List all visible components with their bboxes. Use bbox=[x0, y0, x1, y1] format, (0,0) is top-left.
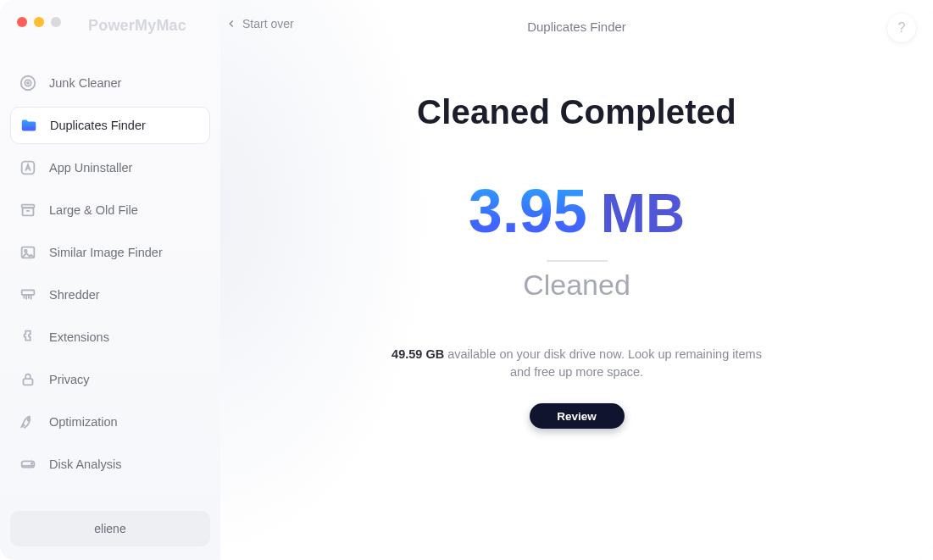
result-headline: Cleaned Completed bbox=[220, 93, 933, 131]
result-panel: Cleaned Completed 3.95 MB Cleaned 49.59 … bbox=[220, 53, 933, 429]
review-button-label: Review bbox=[557, 410, 597, 423]
disk-icon bbox=[19, 455, 37, 474]
sidebar-item-app-uninstaller[interactable]: App Uninstaller bbox=[10, 149, 210, 186]
sidebar-nav: Junk Cleaner Duplicates Finder App Unins… bbox=[10, 64, 210, 483]
svg-point-10 bbox=[28, 419, 31, 421]
archive-icon bbox=[19, 201, 37, 219]
sidebar-item-label: App Uninstaller bbox=[49, 161, 132, 175]
sidebar: PowerMyMac Junk Cleaner Duplicates Finde… bbox=[0, 0, 220, 560]
sidebar-item-large-old-file[interactable]: Large & Old File bbox=[10, 191, 210, 229]
image-icon bbox=[19, 243, 37, 262]
svg-rect-5 bbox=[23, 208, 34, 215]
cleaned-size-unit: MB bbox=[601, 182, 686, 245]
sidebar-item-label: Disk Analysis bbox=[49, 457, 121, 471]
cleaned-size: 3.95 MB bbox=[220, 180, 933, 245]
puzzle-icon bbox=[19, 328, 37, 347]
sidebar-item-optimization[interactable]: Optimization bbox=[10, 403, 210, 441]
svg-rect-8 bbox=[22, 291, 35, 296]
sidebar-item-label: Extensions bbox=[49, 330, 109, 344]
page-title: Duplicates Finder bbox=[527, 19, 626, 34]
svg-point-7 bbox=[25, 250, 27, 252]
help-button[interactable]: ? bbox=[887, 14, 916, 42]
close-window-button[interactable] bbox=[17, 17, 27, 27]
main-area: Start over Duplicates Finder ? Cleaned C… bbox=[220, 0, 933, 560]
folder-duplicate-icon bbox=[19, 116, 38, 135]
sidebar-item-label: Similar Image Finder bbox=[49, 246, 163, 259]
free-space-description: 49.59 GB available on your disk drive no… bbox=[391, 346, 764, 381]
chevron-left-icon bbox=[225, 18, 237, 30]
app-brand: PowerMyMac bbox=[88, 17, 186, 35]
user-name: eliene bbox=[94, 522, 125, 535]
sidebar-item-privacy[interactable]: Privacy bbox=[10, 361, 210, 398]
minimize-window-button[interactable] bbox=[34, 17, 44, 27]
sidebar-item-label: Large & Old File bbox=[49, 203, 138, 217]
review-button[interactable]: Review bbox=[530, 403, 625, 429]
free-space-tail: available on your disk drive now. Look u… bbox=[444, 347, 762, 379]
maximize-window-button[interactable] bbox=[51, 17, 61, 27]
sidebar-item-shredder[interactable]: Shredder bbox=[10, 276, 210, 313]
start-over-button[interactable]: Start over bbox=[225, 17, 294, 30]
cleaned-size-value: 3.95 bbox=[469, 180, 587, 241]
sidebar-item-label: Junk Cleaner bbox=[49, 76, 121, 90]
svg-point-2 bbox=[27, 82, 29, 84]
rocket-icon bbox=[19, 413, 37, 431]
sidebar-item-label: Privacy bbox=[49, 373, 90, 386]
question-icon: ? bbox=[898, 20, 906, 36]
shredder-icon bbox=[19, 286, 37, 304]
lock-icon bbox=[19, 370, 37, 389]
target-icon bbox=[19, 74, 37, 92]
sidebar-item-label: Duplicates Finder bbox=[50, 119, 146, 132]
sidebar-item-label: Shredder bbox=[49, 288, 100, 302]
divider bbox=[547, 260, 608, 262]
sidebar-item-duplicates-finder[interactable]: Duplicates Finder bbox=[10, 107, 210, 144]
start-over-label: Start over bbox=[242, 17, 294, 30]
free-space-value: 49.59 GB bbox=[392, 347, 444, 361]
topbar: Start over Duplicates Finder ? bbox=[220, 0, 933, 53]
sidebar-item-disk-analysis[interactable]: Disk Analysis bbox=[10, 446, 210, 483]
cleaned-sublabel: Cleaned bbox=[220, 269, 933, 302]
app-icon bbox=[19, 158, 37, 177]
sidebar-item-junk-cleaner[interactable]: Junk Cleaner bbox=[10, 64, 210, 102]
svg-rect-9 bbox=[24, 379, 33, 385]
sidebar-item-label: Optimization bbox=[49, 415, 118, 429]
svg-point-12 bbox=[31, 463, 32, 463]
sidebar-item-extensions[interactable]: Extensions bbox=[10, 319, 210, 356]
user-chip[interactable]: eliene bbox=[10, 511, 210, 546]
app-window: PowerMyMac Junk Cleaner Duplicates Finde… bbox=[0, 0, 933, 560]
sidebar-item-similar-image-finder[interactable]: Similar Image Finder bbox=[10, 234, 210, 271]
